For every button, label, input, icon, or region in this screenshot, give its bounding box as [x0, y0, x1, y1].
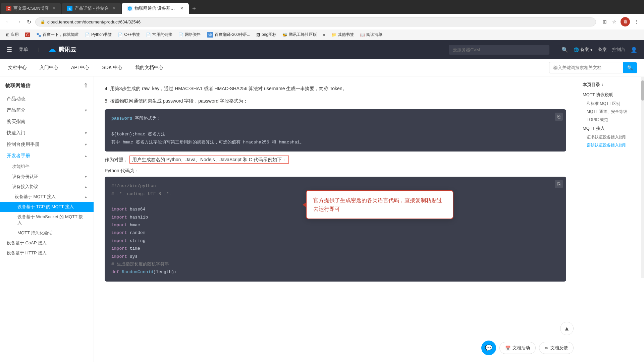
tab-1[interactable]: C 写文章-CSDN博客 ✕ — [1, 3, 61, 14]
device-auth-expand-icon: ▾ — [85, 174, 87, 179]
callout-arrow — [303, 202, 307, 207]
globe-icon: 🌐 — [574, 47, 579, 52]
nav-search-input[interactable] — [449, 45, 549, 55]
sec-nav-search: 🔍 — [549, 62, 637, 73]
sidebar-sub-mqtt-session[interactable]: MQTT 持久化会话 — [0, 228, 94, 238]
sidebar-sub-mqtt-access[interactable]: 设备基于 MQTT 接入 ▴ — [0, 192, 94, 202]
doc-activity-button[interactable]: 📅 文档活动 — [499, 342, 536, 354]
content-area: 物联网通信 ⇑ 产品动态 产品简介 ▾ 购买指南 快速入门 ▾ 控制台使用手册 … — [0, 76, 644, 362]
star-icon[interactable]: ☆ — [611, 18, 618, 26]
console-link[interactable]: 控制台 — [612, 47, 625, 53]
nav-divider: | — [38, 47, 39, 52]
toc-mqtt-channel[interactable]: MQTT 通道、安全等级 — [583, 109, 639, 115]
search-nav-icon[interactable]: 🔍 — [561, 47, 568, 53]
toc-topic-spec[interactable]: TOPIC 规范 — [583, 117, 639, 123]
python-code-section: ⎘ #!/usr/bin/python # -*- coding: UTF-8 … — [105, 177, 566, 282]
doc-feedback-icon: ✏ — [545, 346, 548, 351]
quickstart-expand-icon: ▾ — [85, 131, 87, 135]
doc-search-button[interactable]: 🔍 — [623, 62, 637, 73]
sidebar-sub-ws-mqtt[interactable]: 设备基于 WebSocket 的 MQTT 接入 — [0, 212, 94, 228]
bookmark-csdn[interactable]: C — [23, 32, 32, 38]
bookmark-other[interactable]: 📁 其他书签 — [329, 31, 356, 38]
sec-nav-docs[interactable]: 文档中心 — [7, 59, 28, 76]
bookmark-cpp[interactable]: 📄 C++书签 — [116, 31, 142, 38]
sidebar-item-quickstart[interactable]: 快速入门 ▾ — [0, 127, 94, 139]
apps-icon: ⊞ — [6, 33, 9, 37]
toc-key-auth[interactable]: 密钥认证设备接入指引 — [583, 142, 639, 148]
copy-python-button[interactable]: ⎘ — [555, 180, 563, 188]
sidebar-item-purchase[interactable]: 购买指南 — [0, 116, 94, 127]
chat-button[interactable]: 💬 — [481, 341, 496, 355]
tab-close-2[interactable]: ✕ — [112, 6, 116, 11]
sidebar-sub-tcp-mqtt[interactable]: 设备基于 TCP 的 MQTT 接入 — [0, 202, 94, 212]
sec-nav-mydocs[interactable]: 我的文档中心 — [134, 59, 165, 76]
bookmark-baidu[interactable]: 🐾 百度一下，你就知道 — [34, 31, 81, 38]
sidebar-item-console-manual[interactable]: 控制台使用手册 ▾ — [0, 139, 94, 150]
tab-close-3[interactable]: ✕ — [180, 6, 183, 11]
bookmark-tencent[interactable]: 🐝 腾讯工蜂社区版 — [280, 31, 319, 38]
translate-icon: 译 — [207, 32, 213, 38]
sec-nav-sdk[interactable]: SDK 中心 — [101, 59, 124, 76]
sidebar-sub-features[interactable]: 功能组件 — [0, 162, 94, 172]
comparison-prefix: 作为对照， — [105, 157, 128, 162]
sidebar-collapse-icon[interactable]: ⇑ — [83, 82, 88, 89]
user-profile-icon[interactable]: 👤 — [631, 47, 637, 53]
sec-nav-intro[interactable]: 入门中心 — [38, 59, 60, 76]
bookmark-reading[interactable]: 📖 阅读清单 — [358, 31, 384, 38]
brand-logo[interactable]: ☁ 腾讯云 — [48, 45, 76, 54]
sidebar-item-product-news[interactable]: 产品动态 — [0, 93, 94, 105]
address-input[interactable]: 🔒 cloud.tencent.com/document/product/634… — [35, 17, 596, 26]
bookmark-png-label: png图标 — [262, 32, 276, 38]
toc-mqtt-diff[interactable]: 和标准 MQTT 区别 — [583, 101, 639, 107]
network-bm-icon: 📄 — [178, 33, 183, 37]
password-code: password 字段格式为： ${token};hmac 签名方法 其中 hm… — [111, 115, 559, 146]
bookmark-network[interactable]: 📄 网络资料 — [176, 31, 203, 38]
bookmark-translate[interactable]: 译 百度翻译-200种语... — [205, 31, 252, 38]
comparison-text: 作为对照， 用户生成签名的 Python、Java、Nodejs、JavaScr… — [105, 156, 566, 164]
beian-link[interactable]: 备案 — [598, 47, 607, 53]
toc-mqtt-protocol[interactable]: MQTT 协议说明 — [583, 92, 639, 98]
sidebar-sub-http[interactable]: 设备基于 HTTP 接入 — [0, 248, 94, 258]
grid-icon[interactable]: ⊞ — [601, 18, 608, 26]
sidebar-sub-device-auth-label: 设备身份认证 — [12, 174, 38, 180]
toc-cert-auth[interactable]: 证书认证设备接入指引 — [583, 134, 639, 140]
tencent-bm-icon: 🐝 — [282, 33, 287, 37]
scrollbar-track[interactable] — [641, 77, 644, 278]
tab-2[interactable]: 云 产品详情 - 控制台 ✕ — [62, 3, 121, 14]
tab-label-2: 产品详情 - 控制台 — [74, 5, 109, 11]
menu-label: 菜单 — [19, 47, 28, 53]
tab-3[interactable]: 🌐 物联网通信 设备基于 TCP 的 M... ✕ — [122, 3, 189, 14]
hamburger-icon[interactable]: ☰ — [7, 46, 12, 53]
bookmark-apps[interactable]: ⊞ 应用 — [4, 31, 21, 38]
scrollbar-thumb[interactable] — [641, 80, 644, 101]
sidebar-sub-mqtt-access-label: 设备基于 MQTT 接入 — [12, 194, 56, 200]
sidebar-sub-coap[interactable]: 设备基于 CoAP 接入 — [0, 238, 94, 248]
menu-dots-icon[interactable]: ⋮ — [633, 18, 640, 26]
copy-password-button[interactable]: ⎘ — [555, 113, 563, 121]
forward-button[interactable]: → — [15, 17, 23, 26]
tab-close-1[interactable]: ✕ — [52, 6, 56, 11]
tab-bar: C 写文章-CSDN博客 ✕ 云 产品详情 - 控制台 ✕ 🌐 物联网通信 设备… — [0, 0, 644, 14]
doc-search-input[interactable] — [549, 63, 623, 72]
sidebar-sub-tcp-mqtt-label: 设备基于 TCP 的 MQTT 接入 — [17, 204, 74, 209]
sidebar-sub-device-protocol[interactable]: 设备接入协议 ▴ — [0, 182, 94, 192]
back-to-top-button[interactable]: ▲ — [560, 322, 574, 335]
refresh-button[interactable]: ↻ — [25, 17, 33, 26]
back-button[interactable]: ← — [4, 17, 12, 26]
sidebar-sub-device-auth[interactable]: 设备身份认证 ▾ — [0, 172, 94, 182]
nav-search — [449, 45, 549, 55]
nav-globe-icon[interactable]: 🌐 备案 ▾ — [574, 47, 593, 53]
bookmark-links[interactable]: 📄 常用的链接 — [144, 31, 174, 38]
sidebar-item-dev-manual[interactable]: 开发者手册 ▴ — [0, 150, 94, 162]
toc-mqtt-access[interactable]: MQTT 接入 — [583, 125, 639, 131]
bookmark-png[interactable]: 🖼 png图标 — [254, 31, 278, 38]
bookmark-more[interactable]: » — [321, 32, 327, 38]
profile-avatar[interactable]: 肖 — [621, 17, 630, 26]
mqtt-access-expand-icon: ▴ — [85, 194, 87, 199]
bookmark-python[interactable]: 📄 Python书签 — [83, 31, 114, 38]
new-tab-button[interactable]: + — [189, 5, 200, 12]
tab-label-1: 写文章-CSDN博客 — [13, 5, 49, 11]
sec-nav-api[interactable]: API 中心 — [70, 59, 91, 76]
doc-feedback-button[interactable]: ✏ 文档反馈 — [539, 342, 574, 354]
sidebar-item-product-intro[interactable]: 产品简介 ▾ — [0, 105, 94, 116]
